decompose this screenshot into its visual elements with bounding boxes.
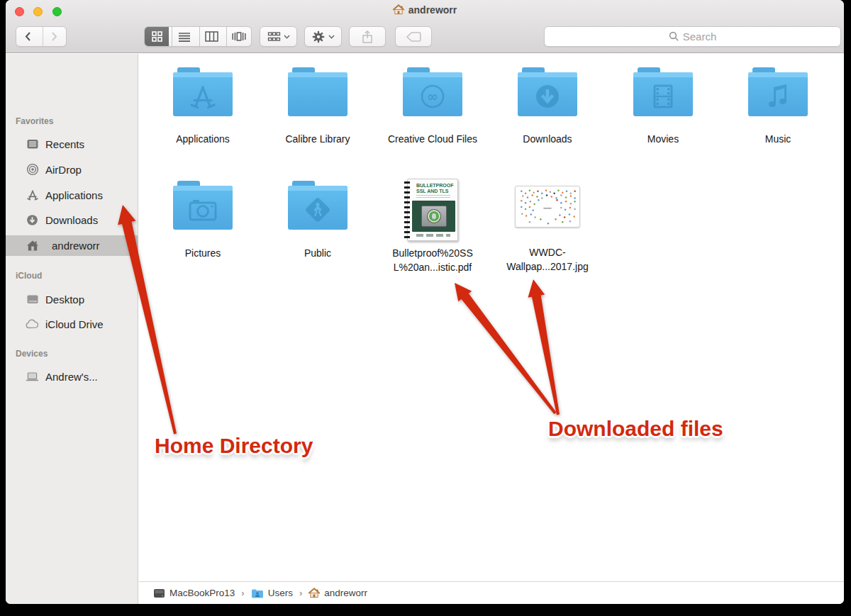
- file-grid: Applications Calibre Library ∞ Creative …: [139, 54, 844, 581]
- list-view-button[interactable]: [172, 27, 196, 46]
- file-label: Calibre Library: [265, 132, 371, 146]
- folder-icon: [748, 72, 808, 116]
- folder-item-public[interactable]: Public: [265, 180, 371, 260]
- sidebar: Favorites Recents AirDrop Applications: [6, 54, 138, 604]
- sidebar-section-icloud: iCloud: [16, 271, 42, 281]
- sidebar-item-label-selected: andreworr: [52, 240, 100, 252]
- search-placeholder: Search: [683, 30, 717, 43]
- arrange-button[interactable]: [260, 26, 297, 47]
- gear-icon: [311, 30, 326, 44]
- airdrop-icon: [26, 163, 39, 176]
- sidebar-item-airdrop[interactable]: AirDrop: [6, 159, 138, 180]
- tag-button[interactable]: [395, 26, 432, 47]
- home-icon: [26, 240, 39, 252]
- sidebar-item-icloud-drive[interactable]: iCloud Drive: [6, 313, 138, 335]
- folder-icon: [288, 186, 347, 230]
- path-bar: MacBookPro13 › Users › andreworr: [139, 581, 844, 604]
- svg-text:∞: ∞: [427, 89, 438, 104]
- finder-window: andreworr: [6, 0, 844, 604]
- path-item-andreworr[interactable]: andreworr: [308, 588, 367, 598]
- desktop-background: andreworr: [0, 0, 851, 616]
- pdf-file-icon: BULLETPROOF SSL AND TLS: [407, 179, 458, 241]
- safe-icon: [421, 206, 447, 227]
- file-label: Downloads: [494, 132, 601, 146]
- cloud-icon: [26, 318, 39, 330]
- sidebar-item-applications[interactable]: Applications: [6, 184, 138, 206]
- camera-emblem-icon: [173, 190, 233, 230]
- home-icon: [308, 588, 320, 598]
- folder-item-calibre-library[interactable]: Calibre Library: [265, 67, 371, 146]
- sidebar-item-label: Downloads: [45, 214, 98, 226]
- forward-button[interactable]: [43, 27, 66, 46]
- sidebar-item-recents[interactable]: Recents: [6, 133, 138, 155]
- public-emblem-icon: [288, 190, 347, 230]
- path-separator: ›: [240, 588, 245, 598]
- file-label: Pictures: [150, 246, 256, 260]
- file-label: Public: [265, 246, 371, 260]
- folder-item-pictures[interactable]: Pictures: [150, 180, 256, 260]
- creative-cloud-emblem-icon: ∞: [403, 77, 462, 116]
- file-label: Music: [725, 132, 831, 146]
- action-button[interactable]: [304, 26, 342, 47]
- sidebar-item-andreworr[interactable]: andreworr: [6, 235, 138, 256]
- window-title-text: andreworr: [408, 4, 457, 16]
- file-label: Creative Cloud Files: [379, 132, 486, 146]
- sidebar-item-label: Recents: [45, 138, 84, 150]
- film-emblem-icon: [633, 77, 693, 116]
- folder-item-music[interactable]: Music: [725, 67, 831, 146]
- pdf-cover-art: [412, 201, 455, 232]
- folder-icon: [173, 72, 233, 116]
- file-label: Movies: [610, 132, 716, 146]
- share-icon: [361, 30, 374, 44]
- coverflow-view-button[interactable]: [226, 27, 251, 46]
- nav-buttons: [16, 26, 67, 47]
- sidebar-item-label: Andrew's...: [45, 371, 98, 383]
- sidebar-item-label: Desktop: [45, 293, 84, 306]
- folder-item-applications[interactable]: Applications: [150, 67, 256, 146]
- download-emblem-icon: [518, 77, 577, 116]
- users-folder-icon: [251, 588, 264, 598]
- home-icon: [393, 4, 404, 15]
- sidebar-item-desktop[interactable]: Desktop: [6, 289, 138, 310]
- folder-icon: [518, 72, 577, 116]
- grid-view-button[interactable]: [145, 27, 169, 46]
- folder-icon: ∞: [403, 72, 462, 116]
- file-label: Bulletproof%20SS L%20an...istic.pdf: [379, 246, 486, 274]
- sidebar-item-downloads[interactable]: Downloads: [6, 209, 138, 230]
- laptop-icon: [26, 370, 39, 383]
- window-title: andreworr: [6, 0, 844, 19]
- columns-view-button[interactable]: [199, 27, 224, 46]
- downloaded-files-annotation: Downloaded files: [548, 417, 723, 441]
- view-switcher: [144, 26, 252, 47]
- sidebar-item-label: Applications: [45, 189, 103, 201]
- search-input[interactable]: Search: [544, 26, 841, 47]
- file-label: WWDC- Wallpap...2017.jpg: [494, 245, 601, 274]
- sidebar-section-devices: Devices: [16, 349, 48, 359]
- file-label: Applications: [150, 132, 256, 146]
- image-thumbnail: [515, 186, 580, 228]
- folder-item-downloads[interactable]: Downloads: [494, 67, 601, 146]
- sidebar-section-favorites: Favorites: [16, 116, 53, 126]
- folder-item-movies[interactable]: Movies: [610, 67, 716, 146]
- search-icon: [669, 31, 679, 42]
- chevron-down-icon: [328, 35, 335, 39]
- chevron-down-icon: [284, 35, 290, 39]
- folder-icon: [633, 72, 693, 116]
- sidebar-item-andrews-macbook[interactable]: Andrew's...: [6, 366, 138, 387]
- home-directory-annotation: Home Directory: [155, 434, 313, 458]
- spiral-binding: [404, 181, 410, 238]
- music-emblem-icon: [748, 77, 808, 116]
- file-item-bulletproof-pdf[interactable]: BULLETPROOF SSL AND TLS Bulletproof%20SS…: [379, 179, 486, 274]
- file-item-wwdc-wallpaper[interactable]: WWDC- Wallpap...2017.jpg: [494, 186, 601, 274]
- applications-emblem-icon: [173, 77, 233, 116]
- recents-icon: [26, 138, 39, 150]
- path-separator: ›: [298, 588, 304, 598]
- desktop-icon: [26, 293, 39, 306]
- disk-icon: [153, 588, 165, 598]
- tag-icon: [406, 31, 421, 43]
- folder-item-creative-cloud-files[interactable]: ∞ Creative Cloud Files: [379, 67, 486, 146]
- path-item-macbookpro13[interactable]: MacBookPro13: [153, 588, 235, 598]
- path-item-users[interactable]: Users: [251, 588, 293, 598]
- back-button[interactable]: [16, 27, 40, 46]
- share-button[interactable]: [349, 26, 386, 47]
